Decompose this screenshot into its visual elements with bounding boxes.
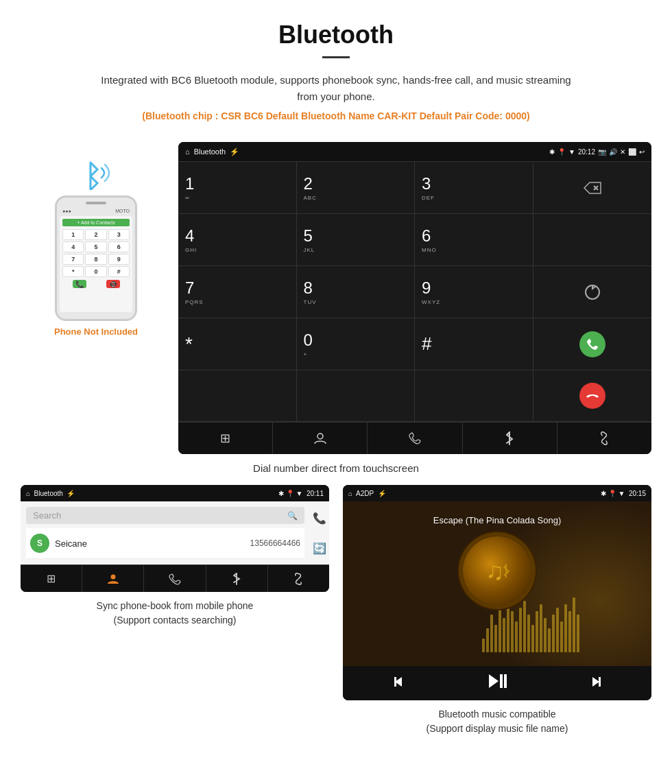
page-description: Integrated with BC6 Bluetooth module, su… xyxy=(96,72,576,105)
nav-bluetooth-btn[interactable] xyxy=(463,423,557,454)
visualizer-bar xyxy=(503,618,505,652)
pb-search-bar[interactable]: Search 🔍 xyxy=(26,507,304,524)
phone-key-7: 7 xyxy=(62,254,84,265)
pb-nav-link-icon xyxy=(292,573,304,585)
visualizer-bar xyxy=(560,621,563,652)
visualizer-bar xyxy=(577,615,579,652)
svg-rect-11 xyxy=(504,674,507,688)
pb-nav-grid[interactable]: ⊞ xyxy=(21,565,82,592)
dial-key-9[interactable]: 9WXYZ xyxy=(415,266,533,318)
dial-key-4[interactable]: 4GHI xyxy=(178,214,297,266)
nav-contact-btn[interactable] xyxy=(273,423,368,454)
phone-key-2: 2 xyxy=(85,229,106,240)
phone-call-btn: 📞 xyxy=(73,280,86,288)
dial-key-1[interactable]: 1∞ xyxy=(178,162,297,214)
dial-key-6[interactable]: 6MNO xyxy=(415,214,533,266)
dial-caption: Dial number direct from touchscreen xyxy=(21,462,651,474)
svg-point-4 xyxy=(110,574,115,579)
pb-statusbar-right: ✱ 📍 ▼ 20:11 xyxy=(278,490,324,497)
dial-key-7[interactable]: 7PQRS xyxy=(178,266,297,318)
music-album-art: ♫ xyxy=(463,536,531,605)
svg-marker-9 xyxy=(489,674,499,688)
usb-icon: ⚡ xyxy=(230,147,239,156)
dial-backspace-btn[interactable] xyxy=(533,162,652,214)
dial-key-star[interactable]: * xyxy=(178,318,297,370)
pb-nav-phone-icon xyxy=(169,573,181,585)
svg-line-5 xyxy=(296,577,300,581)
dial-key-8[interactable]: 8TUV xyxy=(297,266,416,318)
phone-key-3: 3 xyxy=(108,229,130,240)
phone-screen: + Add to Contacts 1 2 3 4 5 6 7 8 9 * 0 … xyxy=(60,216,132,312)
end-call-icon xyxy=(586,391,599,401)
pb-contact-name: Seicane xyxy=(55,538,250,549)
svg-rect-13 xyxy=(599,677,601,687)
visualizer-bar xyxy=(564,604,567,652)
visualizer-bar xyxy=(527,615,530,652)
music-next-btn[interactable] xyxy=(586,676,601,691)
dial-endcall-btn[interactable] xyxy=(533,370,652,422)
search-icon: 🔍 xyxy=(287,511,298,521)
link-icon xyxy=(597,431,611,445)
pb-refresh-side-icon[interactable]: 🔄 xyxy=(313,542,326,555)
phone-side: ●●●MOTO + Add to Contacts 1 2 3 4 5 6 7 … xyxy=(21,142,171,337)
phone-icon xyxy=(586,337,599,351)
dial-key-5[interactable]: 5JKL xyxy=(297,214,416,266)
visualizer-bar xyxy=(519,608,522,652)
dial-key-2[interactable]: 2ABC xyxy=(297,162,416,214)
location-icon: 📍 xyxy=(557,148,566,156)
phone-end-btn: 📵 xyxy=(106,280,120,288)
phone-key-1: 1 xyxy=(62,229,84,240)
pb-nav-link[interactable] xyxy=(268,565,329,592)
signal-icon: ▼ xyxy=(568,148,575,156)
pb-search-placeholder: Search xyxy=(33,510,61,521)
visualizer-bar xyxy=(486,628,489,652)
visualizer-bar xyxy=(544,618,547,652)
dial-refresh-btn[interactable] xyxy=(533,266,652,318)
music-play-btn[interactable] xyxy=(488,673,507,693)
camera-icon: 📷 xyxy=(598,148,606,156)
nav-link-btn[interactable] xyxy=(557,423,651,454)
nav-grid-btn[interactable]: ⊞ xyxy=(178,423,273,454)
pb-phone-side-icon[interactable]: 📞 xyxy=(313,512,326,525)
bottom-nav-bar: ⊞ xyxy=(178,422,651,454)
music-caption: Bluetooth music compatible(Support displ… xyxy=(427,707,568,736)
dial-key-3[interactable]: 3DEF xyxy=(415,162,533,214)
page-title: Bluetooth xyxy=(27,21,645,49)
phone-key-8: 8 xyxy=(85,254,106,265)
statusbar-right: ✱ 📍 ▼ 20:12 📷 🔊 ✕ ⬜ ↩ xyxy=(549,148,645,156)
visualizer-bar xyxy=(556,608,559,652)
visualizer-bar xyxy=(511,611,514,652)
music-note-icon: ♫ xyxy=(480,554,514,588)
pb-nav-bluetooth[interactable] xyxy=(206,565,268,592)
pb-main: Search 🔍 S Seicane 13566664466 📞 xyxy=(21,501,329,565)
visualizer-bar xyxy=(573,597,575,652)
visualizer-bar xyxy=(540,604,542,652)
dial-empty-2 xyxy=(178,370,297,422)
pb-nav-phone[interactable] xyxy=(144,565,206,592)
music-statusbar: ⌂ A2DP ⚡ ✱ 📍 ▼ 20:15 xyxy=(343,485,651,501)
prev-icon xyxy=(394,676,409,688)
phonebook-block: ⌂ Bluetooth ⚡ ✱ 📍 ▼ 20:11 Search 🔍 S xyxy=(21,485,329,736)
phone-dialpad: 1 2 3 4 5 6 7 8 9 * 0 # xyxy=(62,229,130,277)
pb-nav-contact[interactable] xyxy=(82,565,144,592)
visualizer-bar xyxy=(499,604,501,652)
svg-rect-10 xyxy=(500,674,503,688)
pb-content-area: Search 🔍 S Seicane 13566664466 xyxy=(21,501,310,565)
dial-call-btn[interactable] xyxy=(533,318,652,370)
call-red-icon xyxy=(579,383,605,409)
visualizer-bar xyxy=(515,621,518,652)
phonebook-screen: ⌂ Bluetooth ⚡ ✱ 📍 ▼ 20:11 Search 🔍 S xyxy=(21,485,329,592)
nav-phone-btn[interactable] xyxy=(368,423,462,454)
bluetooth-label: Bluetooth xyxy=(194,147,226,156)
dial-key-0[interactable]: 0+ xyxy=(297,318,416,370)
music-prev-btn[interactable] xyxy=(394,676,409,691)
refresh-icon xyxy=(583,283,602,302)
phone-key-6: 6 xyxy=(108,241,130,252)
visualizer-bar xyxy=(552,615,555,652)
volume-icon: 🔊 xyxy=(609,148,617,156)
dial-key-hash[interactable]: # xyxy=(415,318,533,370)
phone-key-hash: # xyxy=(108,266,130,277)
dial-screen: ⌂ Bluetooth ⚡ ✱ 📍 ▼ 20:12 📷 🔊 ✕ ⬜ ↩ xyxy=(178,142,651,454)
bt-icon: ✱ xyxy=(549,148,555,156)
dial-empty-4 xyxy=(415,370,533,422)
